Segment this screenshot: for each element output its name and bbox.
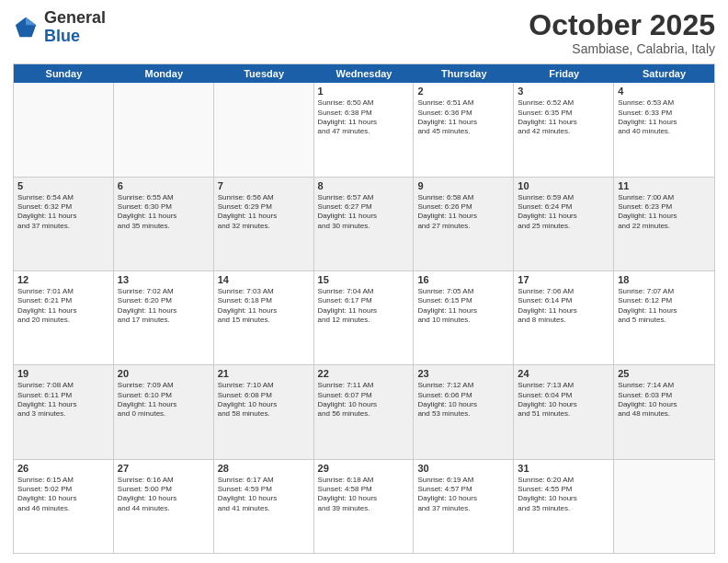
day-number: 20 xyxy=(118,368,210,379)
day-info: Sunrise: 6:15 AM Sunset: 5:02 PM Dayligh… xyxy=(17,476,109,514)
calendar-cell: 19Sunrise: 7:08 AM Sunset: 6:11 PM Dayli… xyxy=(14,365,114,458)
day-info: Sunrise: 6:19 AM Sunset: 4:57 PM Dayligh… xyxy=(417,476,509,514)
day-number: 3 xyxy=(518,86,609,97)
calendar-header: SundayMondayTuesdayWednesdayThursdayFrid… xyxy=(14,64,714,83)
calendar-cell: 3Sunrise: 6:52 AM Sunset: 6:35 PM Daylig… xyxy=(514,83,614,176)
calendar-cell: 27Sunrise: 6:16 AM Sunset: 5:00 PM Dayli… xyxy=(114,460,214,553)
day-info: Sunrise: 6:51 AM Sunset: 6:36 PM Dayligh… xyxy=(417,98,509,137)
day-number: 11 xyxy=(618,180,711,191)
calendar-cell: 14Sunrise: 7:03 AM Sunset: 6:18 PM Dayli… xyxy=(214,271,314,364)
day-info: Sunrise: 7:05 AM Sunset: 6:15 PM Dayligh… xyxy=(417,287,509,326)
calendar-cell xyxy=(14,83,114,176)
day-number: 30 xyxy=(417,463,509,474)
calendar-cell: 30Sunrise: 6:19 AM Sunset: 4:57 PM Dayli… xyxy=(414,460,514,553)
calendar-cell: 8Sunrise: 6:57 AM Sunset: 6:27 PM Daylig… xyxy=(314,178,415,270)
day-info: Sunrise: 6:20 AM Sunset: 4:55 PM Dayligh… xyxy=(518,476,609,514)
calendar-cell: 25Sunrise: 7:14 AM Sunset: 6:03 PM Dayli… xyxy=(614,365,714,458)
calendar-cell: 4Sunrise: 6:53 AM Sunset: 6:33 PM Daylig… xyxy=(614,83,714,176)
calendar-cell: 21Sunrise: 7:10 AM Sunset: 6:08 PM Dayli… xyxy=(214,365,314,458)
day-number: 1 xyxy=(318,86,410,97)
day-info: Sunrise: 7:08 AM Sunset: 6:11 PM Dayligh… xyxy=(17,381,109,419)
calendar-cell: 31Sunrise: 6:20 AM Sunset: 4:55 PM Dayli… xyxy=(514,460,614,553)
calendar-cell xyxy=(614,460,714,553)
weekday-header: Wednesday xyxy=(314,64,415,83)
day-info: Sunrise: 7:07 AM Sunset: 6:12 PM Dayligh… xyxy=(618,287,711,326)
day-number: 25 xyxy=(618,368,711,379)
day-info: Sunrise: 7:09 AM Sunset: 6:10 PM Dayligh… xyxy=(118,381,210,419)
calendar-cell: 22Sunrise: 7:11 AM Sunset: 6:07 PM Dayli… xyxy=(314,365,415,458)
calendar-cell: 7Sunrise: 6:56 AM Sunset: 6:29 PM Daylig… xyxy=(214,178,314,270)
day-info: Sunrise: 6:55 AM Sunset: 6:30 PM Dayligh… xyxy=(118,193,210,232)
day-info: Sunrise: 7:02 AM Sunset: 6:20 PM Dayligh… xyxy=(118,287,210,326)
day-number: 8 xyxy=(318,180,410,191)
logo-blue: Blue xyxy=(44,27,80,45)
svg-marker-1 xyxy=(26,17,36,25)
day-number: 26 xyxy=(17,463,109,474)
weekday-header: Tuesday xyxy=(214,64,314,83)
weekday-header: Sunday xyxy=(14,64,114,83)
page: General Blue October 2025 Sambiase, Cala… xyxy=(0,0,728,563)
month-title: October 2025 xyxy=(529,9,715,41)
calendar-cell: 28Sunrise: 6:17 AM Sunset: 4:59 PM Dayli… xyxy=(214,460,314,553)
header: General Blue October 2025 Sambiase, Cala… xyxy=(13,9,715,56)
calendar-cell: 6Sunrise: 6:55 AM Sunset: 6:30 PM Daylig… xyxy=(114,178,214,270)
day-info: Sunrise: 7:04 AM Sunset: 6:17 PM Dayligh… xyxy=(318,287,410,326)
logo-icon xyxy=(13,15,39,40)
day-number: 10 xyxy=(518,180,609,191)
weekday-header: Thursday xyxy=(414,64,514,83)
day-info: Sunrise: 7:13 AM Sunset: 6:04 PM Dayligh… xyxy=(518,381,609,419)
day-info: Sunrise: 7:10 AM Sunset: 6:08 PM Dayligh… xyxy=(218,381,310,419)
day-info: Sunrise: 6:52 AM Sunset: 6:35 PM Dayligh… xyxy=(518,98,609,137)
day-info: Sunrise: 6:17 AM Sunset: 4:59 PM Dayligh… xyxy=(218,476,310,514)
title-block: October 2025 Sambiase, Calabria, Italy xyxy=(529,9,715,56)
day-info: Sunrise: 6:18 AM Sunset: 4:58 PM Dayligh… xyxy=(318,476,410,514)
day-number: 19 xyxy=(17,368,109,379)
day-number: 28 xyxy=(218,463,310,474)
calendar-cell: 29Sunrise: 6:18 AM Sunset: 4:58 PM Dayli… xyxy=(314,460,415,553)
calendar-cell: 11Sunrise: 7:00 AM Sunset: 6:23 PM Dayli… xyxy=(614,178,714,270)
day-number: 7 xyxy=(218,180,310,191)
calendar-cell: 17Sunrise: 7:06 AM Sunset: 6:14 PM Dayli… xyxy=(514,271,614,364)
day-info: Sunrise: 7:11 AM Sunset: 6:07 PM Dayligh… xyxy=(318,381,410,419)
calendar-row: 1Sunrise: 6:50 AM Sunset: 6:38 PM Daylig… xyxy=(14,83,714,177)
day-number: 22 xyxy=(318,368,410,379)
day-number: 13 xyxy=(118,274,210,285)
day-number: 15 xyxy=(318,274,410,285)
logo-general: General xyxy=(44,8,106,27)
calendar-cell: 16Sunrise: 7:05 AM Sunset: 6:15 PM Dayli… xyxy=(414,271,514,364)
calendar-cell: 23Sunrise: 7:12 AM Sunset: 6:06 PM Dayli… xyxy=(414,365,514,458)
day-info: Sunrise: 6:59 AM Sunset: 6:24 PM Dayligh… xyxy=(518,193,609,232)
day-number: 31 xyxy=(518,463,609,474)
logo: General Blue xyxy=(13,9,106,46)
calendar-row: 19Sunrise: 7:08 AM Sunset: 6:11 PM Dayli… xyxy=(14,365,714,459)
day-number: 5 xyxy=(17,180,109,191)
day-info: Sunrise: 6:54 AM Sunset: 6:32 PM Dayligh… xyxy=(17,193,109,232)
day-number: 17 xyxy=(518,274,609,285)
location-subtitle: Sambiase, Calabria, Italy xyxy=(529,41,715,56)
calendar-cell: 5Sunrise: 6:54 AM Sunset: 6:32 PM Daylig… xyxy=(14,178,114,270)
calendar-cell: 10Sunrise: 6:59 AM Sunset: 6:24 PM Dayli… xyxy=(514,178,614,270)
calendar-cell xyxy=(214,83,314,176)
day-info: Sunrise: 7:01 AM Sunset: 6:21 PM Dayligh… xyxy=(17,287,109,326)
day-info: Sunrise: 6:16 AM Sunset: 5:00 PM Dayligh… xyxy=(118,476,210,514)
day-info: Sunrise: 7:12 AM Sunset: 6:06 PM Dayligh… xyxy=(417,381,509,419)
day-number: 18 xyxy=(618,274,711,285)
logo-text: General Blue xyxy=(44,9,106,46)
day-number: 9 xyxy=(417,180,509,191)
calendar-cell: 15Sunrise: 7:04 AM Sunset: 6:17 PM Dayli… xyxy=(314,271,415,364)
day-info: Sunrise: 6:57 AM Sunset: 6:27 PM Dayligh… xyxy=(318,193,410,232)
weekday-header: Friday xyxy=(514,64,614,83)
weekday-header: Monday xyxy=(114,64,214,83)
day-info: Sunrise: 6:56 AM Sunset: 6:29 PM Dayligh… xyxy=(218,193,310,232)
day-number: 24 xyxy=(518,368,609,379)
day-info: Sunrise: 6:53 AM Sunset: 6:33 PM Dayligh… xyxy=(618,98,711,137)
calendar-cell: 12Sunrise: 7:01 AM Sunset: 6:21 PM Dayli… xyxy=(14,271,114,364)
calendar-cell: 9Sunrise: 6:58 AM Sunset: 6:26 PM Daylig… xyxy=(414,178,514,270)
calendar-row: 26Sunrise: 6:15 AM Sunset: 5:02 PM Dayli… xyxy=(14,460,714,553)
calendar-body: 1Sunrise: 6:50 AM Sunset: 6:38 PM Daylig… xyxy=(14,83,714,553)
weekday-header: Saturday xyxy=(614,64,714,83)
day-number: 21 xyxy=(218,368,310,379)
calendar-row: 12Sunrise: 7:01 AM Sunset: 6:21 PM Dayli… xyxy=(14,271,714,365)
calendar-cell: 13Sunrise: 7:02 AM Sunset: 6:20 PM Dayli… xyxy=(114,271,214,364)
calendar: SundayMondayTuesdayWednesdayThursdayFrid… xyxy=(13,63,715,554)
